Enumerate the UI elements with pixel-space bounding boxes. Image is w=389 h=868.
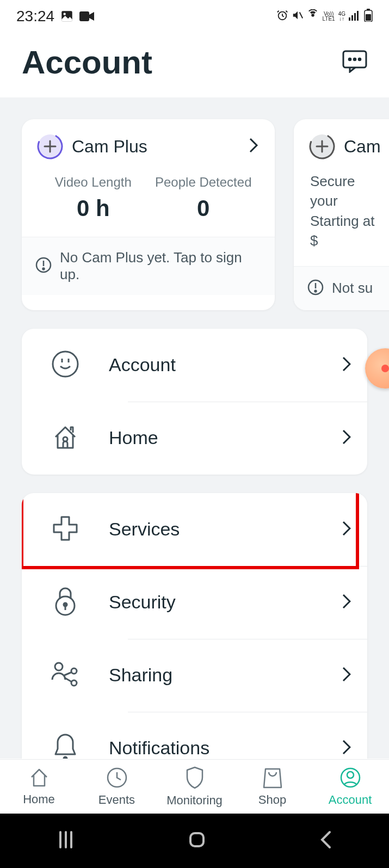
page-body: Cam Plus Video Length 0 h People Detecte…	[0, 97, 389, 759]
tab-home[interactable]: Home	[0, 760, 78, 814]
cam-protect-card[interactable]: Cam Secure your Starting at $ Not su	[294, 119, 389, 310]
info-alert-icon	[307, 279, 324, 298]
svg-rect-8	[354, 13, 356, 21]
mute-icon	[292, 9, 304, 23]
svg-point-1	[64, 13, 66, 15]
chevron-right-icon	[342, 429, 351, 447]
smile-icon	[51, 350, 79, 380]
svg-rect-9	[357, 11, 359, 21]
tab-events[interactable]: Events	[78, 760, 156, 814]
alarm-icon	[276, 9, 288, 23]
status-time: 23:24	[16, 8, 54, 25]
svg-rect-12	[366, 14, 371, 21]
menu-item-services[interactable]: Services	[22, 493, 367, 566]
account-icon	[339, 767, 361, 791]
card-footer-text: Not su	[332, 280, 373, 297]
android-back-icon[interactable]	[319, 830, 333, 852]
menu-item-notifications[interactable]: Notifications	[22, 712, 367, 759]
tab-label: Home	[23, 792, 55, 807]
tab-shop[interactable]: Shop	[233, 760, 311, 814]
chevron-right-icon	[249, 137, 258, 156]
chevron-right-icon	[342, 667, 351, 684]
svg-point-33	[71, 668, 77, 674]
share-people-icon	[50, 660, 81, 691]
menu-item-home[interactable]: Home	[22, 402, 367, 475]
chevron-right-icon	[342, 594, 351, 611]
android-home-icon[interactable]	[187, 830, 207, 852]
video-icon	[79, 10, 95, 22]
menu-item-sharing[interactable]: Sharing	[22, 639, 367, 712]
svg-point-32	[55, 663, 63, 670]
svg-point-37	[64, 757, 67, 759]
status-right: Vo))LTE1 4G↓↑	[276, 9, 373, 24]
cam-badge-icon	[310, 134, 334, 158]
cam-plus-badge-icon	[38, 134, 62, 158]
chevron-right-icon	[342, 521, 351, 538]
bottom-tab-bar: Home Events Monitoring Shop Account	[0, 759, 389, 814]
card-title: Cam Plus	[72, 137, 239, 157]
cam-plus-card[interactable]: Cam Plus Video Length 0 h People Detecte…	[22, 119, 275, 310]
cards-row[interactable]: Cam Plus Video Length 0 h People Detecte…	[0, 119, 389, 310]
svg-point-40	[347, 772, 354, 778]
card-footer[interactable]: Not su	[294, 266, 389, 310]
clock-icon	[106, 767, 128, 791]
stat-people-detected: People Detected 0	[149, 175, 259, 221]
menu-label: Security	[92, 592, 342, 613]
tab-account[interactable]: Account	[311, 760, 389, 814]
shopping-bag-icon	[262, 767, 283, 791]
svg-point-20	[43, 268, 45, 270]
menu-group-profile: Account Home	[22, 329, 367, 475]
house-icon	[51, 423, 79, 453]
menu-label: Services	[92, 519, 342, 540]
menu-item-security[interactable]: Security	[22, 566, 367, 639]
menu-item-account[interactable]: Account	[22, 329, 367, 402]
stat-video-length: Video Length 0 h	[38, 175, 149, 221]
menu-group-settings: Services Security	[22, 493, 367, 759]
home-icon	[28, 767, 50, 790]
svg-point-14	[349, 58, 351, 60]
svg-point-5	[312, 14, 314, 16]
svg-point-34	[71, 680, 77, 686]
battery-icon	[364, 9, 373, 24]
menu-label: Notifications	[92, 737, 342, 759]
svg-rect-6	[349, 17, 350, 21]
svg-point-24	[315, 290, 317, 292]
lock-icon	[53, 586, 77, 619]
svg-rect-2	[79, 11, 89, 21]
network-4g-icon: 4G↓↑	[338, 11, 345, 21]
volte-icon: Vo))LTE1	[322, 11, 335, 21]
svg-line-35	[64, 672, 72, 675]
stat-label: Video Length	[38, 175, 149, 190]
shield-icon	[185, 766, 205, 791]
status-left: 23:24	[16, 8, 95, 25]
plus-cross-icon	[51, 514, 80, 545]
android-nav-bar	[0, 814, 389, 868]
card-footer[interactable]: No Cam Plus yet. Tap to sign up.	[22, 237, 275, 295]
card-title: Cam	[344, 137, 386, 157]
tab-label: Events	[98, 793, 135, 807]
stat-label: People Detected	[149, 175, 259, 190]
svg-line-4	[300, 13, 303, 19]
menu-label: Home	[92, 427, 342, 448]
image-icon	[60, 9, 74, 23]
svg-rect-7	[351, 15, 353, 21]
chevron-right-icon	[342, 356, 351, 374]
status-bar: 23:24 Vo))LTE1 4G↓↑	[0, 0, 389, 33]
card-desc: Secure your Starting at $	[310, 171, 386, 251]
record-dot-icon	[381, 365, 389, 372]
tab-label: Account	[329, 793, 372, 807]
page-title: Account	[22, 44, 152, 81]
chat-icon[interactable]	[342, 50, 367, 75]
tab-label: Monitoring	[166, 793, 223, 808]
info-alert-icon	[35, 256, 52, 276]
svg-point-15	[354, 58, 356, 60]
card-footer-text: No Cam Plus yet. Tap to sign up.	[60, 249, 262, 283]
svg-point-16	[359, 58, 361, 60]
android-recents-icon[interactable]	[56, 830, 76, 852]
svg-rect-44	[190, 833, 203, 846]
menu-label: Sharing	[92, 664, 342, 686]
stat-value: 0 h	[38, 195, 149, 221]
stat-value: 0	[149, 195, 259, 221]
hotspot-icon	[307, 9, 319, 23]
tab-monitoring[interactable]: Monitoring	[156, 760, 233, 814]
